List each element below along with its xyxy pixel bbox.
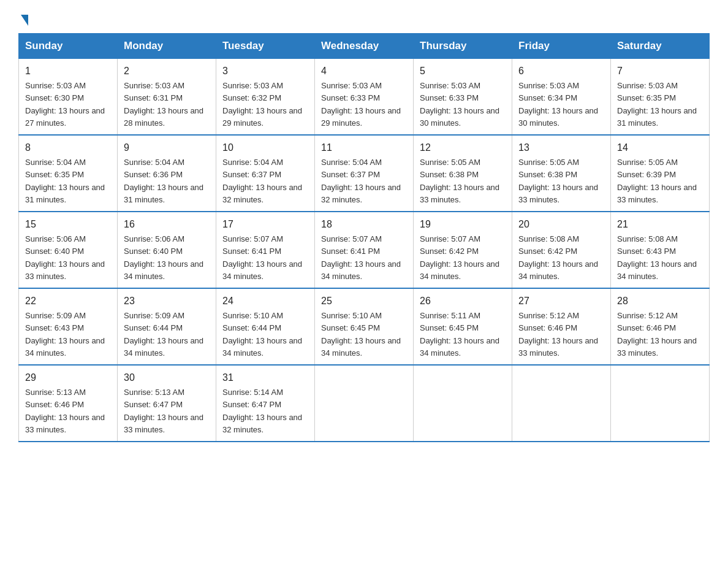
day-number: 27 [518, 294, 604, 308]
calendar-cell: 5Sunrise: 5:03 AMSunset: 6:33 PMDaylight… [414, 59, 512, 136]
calendar-cell [611, 365, 710, 442]
day-number: 13 [518, 140, 604, 155]
day-number: 14 [617, 140, 703, 155]
day-number: 6 [518, 64, 604, 79]
day-info: Sunrise: 5:11 AMSunset: 6:45 PMDaylight:… [420, 311, 499, 358]
day-number: 22 [25, 294, 111, 308]
day-info: Sunrise: 5:03 AMSunset: 6:32 PMDaylight:… [222, 81, 302, 128]
calendar-cell: 25Sunrise: 5:10 AMSunset: 6:45 PMDayligh… [315, 288, 414, 365]
calendar-table: SundayMondayTuesdayWednesdayThursdayFrid… [18, 33, 710, 442]
day-info: Sunrise: 5:04 AMSunset: 6:37 PMDaylight:… [321, 158, 401, 204]
calendar-week-row: 1Sunrise: 5:03 AMSunset: 6:30 PMDaylight… [19, 59, 710, 136]
day-number: 17 [222, 217, 308, 232]
calendar-cell: 11Sunrise: 5:04 AMSunset: 6:37 PMDayligh… [315, 135, 414, 212]
day-info: Sunrise: 5:07 AMSunset: 6:42 PMDaylight:… [420, 234, 499, 281]
day-number: 30 [124, 370, 210, 385]
logo [18, 12, 29, 27]
calendar-cell: 19Sunrise: 5:07 AMSunset: 6:42 PMDayligh… [414, 212, 512, 288]
day-number: 20 [518, 217, 604, 232]
day-info: Sunrise: 5:09 AMSunset: 6:43 PMDaylight:… [25, 311, 105, 358]
day-number: 10 [222, 140, 308, 155]
day-number: 24 [222, 294, 308, 308]
calendar-cell: 8Sunrise: 5:04 AMSunset: 6:35 PMDaylight… [19, 135, 118, 212]
calendar-cell: 2Sunrise: 5:03 AMSunset: 6:31 PMDaylight… [118, 59, 216, 136]
weekday-header-wednesday: Wednesday [315, 34, 414, 59]
day-info: Sunrise: 5:06 AMSunset: 6:40 PMDaylight:… [124, 234, 203, 281]
day-number: 9 [124, 140, 210, 155]
calendar-cell: 13Sunrise: 5:05 AMSunset: 6:38 PMDayligh… [512, 135, 611, 212]
day-info: Sunrise: 5:08 AMSunset: 6:43 PMDaylight:… [617, 234, 697, 281]
calendar-cell: 1Sunrise: 5:03 AMSunset: 6:30 PMDaylight… [19, 59, 118, 136]
day-info: Sunrise: 5:03 AMSunset: 6:30 PMDaylight:… [25, 81, 105, 128]
day-number: 12 [420, 140, 506, 155]
calendar-cell: 3Sunrise: 5:03 AMSunset: 6:32 PMDaylight… [216, 59, 315, 136]
day-info: Sunrise: 5:10 AMSunset: 6:44 PMDaylight:… [222, 311, 302, 358]
day-info: Sunrise: 5:05 AMSunset: 6:39 PMDaylight:… [617, 158, 697, 204]
calendar-cell: 6Sunrise: 5:03 AMSunset: 6:34 PMDaylight… [512, 59, 611, 136]
calendar-cell [414, 365, 512, 442]
day-info: Sunrise: 5:07 AMSunset: 6:41 PMDaylight:… [321, 234, 401, 281]
calendar-cell: 23Sunrise: 5:09 AMSunset: 6:44 PMDayligh… [118, 288, 216, 365]
day-info: Sunrise: 5:13 AMSunset: 6:46 PMDaylight:… [25, 388, 105, 434]
day-info: Sunrise: 5:12 AMSunset: 6:46 PMDaylight:… [518, 311, 598, 358]
day-info: Sunrise: 5:03 AMSunset: 6:34 PMDaylight:… [518, 81, 598, 128]
calendar-cell [315, 365, 414, 442]
day-number: 5 [420, 64, 506, 79]
weekday-header-friday: Friday [512, 34, 611, 59]
day-number: 1 [25, 64, 111, 79]
day-info: Sunrise: 5:04 AMSunset: 6:37 PMDaylight:… [222, 158, 302, 204]
day-info: Sunrise: 5:03 AMSunset: 6:35 PMDaylight:… [617, 81, 697, 128]
calendar-body: 1Sunrise: 5:03 AMSunset: 6:30 PMDaylight… [19, 59, 710, 442]
weekday-header-sunday: Sunday [19, 34, 118, 59]
calendar-cell: 21Sunrise: 5:08 AMSunset: 6:43 PMDayligh… [611, 212, 710, 288]
logo-triangle-icon [21, 15, 28, 26]
calendar-cell: 9Sunrise: 5:04 AMSunset: 6:36 PMDaylight… [118, 135, 216, 212]
day-info: Sunrise: 5:04 AMSunset: 6:36 PMDaylight:… [124, 158, 203, 204]
day-info: Sunrise: 5:04 AMSunset: 6:35 PMDaylight:… [25, 158, 105, 204]
day-info: Sunrise: 5:14 AMSunset: 6:47 PMDaylight:… [222, 388, 302, 434]
day-info: Sunrise: 5:03 AMSunset: 6:31 PMDaylight:… [124, 81, 203, 128]
day-number: 31 [222, 370, 308, 385]
day-number: 21 [617, 217, 703, 232]
calendar-cell: 12Sunrise: 5:05 AMSunset: 6:38 PMDayligh… [414, 135, 512, 212]
day-number: 11 [321, 140, 407, 155]
weekday-header-monday: Monday [118, 34, 216, 59]
day-number: 4 [321, 64, 407, 79]
day-number: 16 [124, 217, 210, 232]
page-header [18, 12, 710, 27]
calendar-cell: 29Sunrise: 5:13 AMSunset: 6:46 PMDayligh… [19, 365, 118, 442]
calendar-cell: 10Sunrise: 5:04 AMSunset: 6:37 PMDayligh… [216, 135, 315, 212]
weekday-header-tuesday: Tuesday [216, 34, 315, 59]
day-number: 18 [321, 217, 407, 232]
day-number: 2 [124, 64, 210, 79]
day-number: 26 [420, 294, 506, 308]
day-number: 7 [617, 64, 703, 79]
weekday-header-thursday: Thursday [414, 34, 512, 59]
day-info: Sunrise: 5:07 AMSunset: 6:41 PMDaylight:… [222, 234, 302, 281]
calendar-cell: 4Sunrise: 5:03 AMSunset: 6:33 PMDaylight… [315, 59, 414, 136]
day-number: 19 [420, 217, 506, 232]
calendar-cell: 18Sunrise: 5:07 AMSunset: 6:41 PMDayligh… [315, 212, 414, 288]
day-number: 15 [25, 217, 111, 232]
calendar-cell: 31Sunrise: 5:14 AMSunset: 6:47 PMDayligh… [216, 365, 315, 442]
day-number: 25 [321, 294, 407, 308]
day-info: Sunrise: 5:03 AMSunset: 6:33 PMDaylight:… [420, 81, 499, 128]
calendar-cell: 24Sunrise: 5:10 AMSunset: 6:44 PMDayligh… [216, 288, 315, 365]
calendar-cell: 26Sunrise: 5:11 AMSunset: 6:45 PMDayligh… [414, 288, 512, 365]
calendar-cell: 27Sunrise: 5:12 AMSunset: 6:46 PMDayligh… [512, 288, 611, 365]
calendar-week-row: 29Sunrise: 5:13 AMSunset: 6:46 PMDayligh… [19, 365, 710, 442]
day-info: Sunrise: 5:06 AMSunset: 6:40 PMDaylight:… [25, 234, 105, 281]
day-info: Sunrise: 5:12 AMSunset: 6:46 PMDaylight:… [617, 311, 697, 358]
calendar-cell: 15Sunrise: 5:06 AMSunset: 6:40 PMDayligh… [19, 212, 118, 288]
day-number: 23 [124, 294, 210, 308]
calendar-cell: 14Sunrise: 5:05 AMSunset: 6:39 PMDayligh… [611, 135, 710, 212]
calendar-cell: 16Sunrise: 5:06 AMSunset: 6:40 PMDayligh… [118, 212, 216, 288]
calendar-week-row: 8Sunrise: 5:04 AMSunset: 6:35 PMDaylight… [19, 135, 710, 212]
calendar-cell: 17Sunrise: 5:07 AMSunset: 6:41 PMDayligh… [216, 212, 315, 288]
calendar-cell: 7Sunrise: 5:03 AMSunset: 6:35 PMDaylight… [611, 59, 710, 136]
calendar-cell: 30Sunrise: 5:13 AMSunset: 6:47 PMDayligh… [118, 365, 216, 442]
day-info: Sunrise: 5:08 AMSunset: 6:42 PMDaylight:… [518, 234, 598, 281]
day-number: 29 [25, 370, 111, 385]
calendar-cell: 28Sunrise: 5:12 AMSunset: 6:46 PMDayligh… [611, 288, 710, 365]
calendar-cell: 20Sunrise: 5:08 AMSunset: 6:42 PMDayligh… [512, 212, 611, 288]
